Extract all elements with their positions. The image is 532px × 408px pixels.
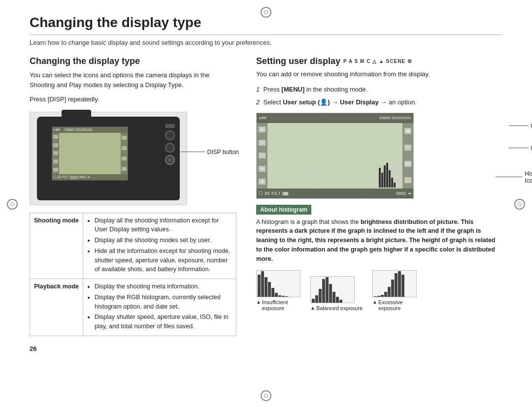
insufficient-label: ▲ Insufficientexposure <box>256 299 288 311</box>
left-heading: Changing the display type <box>30 56 236 66</box>
compass-right <box>514 199 525 210</box>
exp-bar <box>336 297 339 303</box>
hist-bar <box>391 178 393 188</box>
exp-bar <box>268 282 271 297</box>
mode-table: Shooting mode Display all the shooting i… <box>30 213 236 336</box>
camera-diagram: 14M 03645 2010/01/01 ☐ 20 F3.7 |||||||||… <box>30 112 187 205</box>
disp-line <box>181 152 205 152</box>
step-2: 2 Select User setup (👤) → User Display →… <box>256 97 502 108</box>
exp-bar <box>319 289 322 303</box>
step-1: 1 Press [MENU] in the shooting mode. <box>256 84 502 95</box>
excessive-exposure-item: ▲ Excessiveexposure <box>372 270 417 311</box>
info-bar-bottom: ☐20F3.7 ||||||||||| 0001 ▪▪ <box>257 188 413 198</box>
exp-bar <box>332 292 335 303</box>
compass-top <box>261 7 271 18</box>
exp-bar <box>258 275 261 297</box>
list-item: Display the shooting meta information. <box>95 282 232 291</box>
about-histogram-title: About histogram <box>256 205 311 215</box>
side-icon-2: ≡ <box>259 140 266 146</box>
left-body: You can select the icons and options the… <box>30 70 236 90</box>
hist-bar <box>386 163 388 188</box>
compass-left <box>7 199 18 210</box>
display-screen-area: 14M 03645 2010/01/01 ☐20F3.7 |||||||||||… <box>256 113 502 199</box>
balanced-exposure-item: ▲ Balanced exposure <box>310 276 363 311</box>
balanced-label: ▲ Balanced exposure <box>310 305 363 311</box>
insufficient-exposure-chart <box>256 270 300 297</box>
camera-top-bump <box>62 110 91 119</box>
exp-bar <box>339 300 342 303</box>
right-icon-2: ≈ <box>404 145 411 151</box>
exp-bar <box>322 279 325 303</box>
side-icon-4: ⊕ <box>259 166 266 172</box>
page-subtitle: Learn how to change basic display and so… <box>30 39 502 46</box>
histogram-icon-label: HistogramIcon <box>496 170 532 184</box>
exp-bar <box>401 275 404 297</box>
grid-label: Grid <box>509 123 532 129</box>
camera-image-area: 14M 03645 2010/01/01 ☐ 20 F3.7 |||||||||… <box>30 112 236 205</box>
histogram-description: A histogram is a graph that shows the br… <box>256 218 502 264</box>
exp-bar <box>374 296 377 297</box>
list-item: Display the RGB histogram, currently sel… <box>95 293 232 312</box>
display-screen: 14M 03645 2010/01/01 ☐20F3.7 |||||||||||… <box>257 113 413 198</box>
hist-bar <box>394 183 396 188</box>
insufficient-exposure-item: ▲ Insufficientexposure <box>256 270 300 311</box>
steps-list: 1 Press [MENU] in the shooting mode. 2 S… <box>256 84 502 108</box>
list-item: Display all the shooting modes set by us… <box>95 236 232 245</box>
grid-v1 <box>308 113 309 198</box>
exposure-examples: ▲ Insufficientexposure ▲ <box>256 270 502 311</box>
side-icon-3: ↕ <box>259 153 266 158</box>
shooting-mode-label: Shooting mode <box>30 213 83 279</box>
mode-badges: P A S M C △ ▲ SCENE ⚙ <box>343 59 412 64</box>
hist-bar <box>384 165 386 188</box>
camera-screen: 14M 03645 2010/01/01 ☐ 20 F3.7 |||||||||… <box>52 126 128 181</box>
exp-bar <box>329 284 332 303</box>
right-heading-area: Setting user display P A S M C △ ▲ SCENE… <box>256 56 502 66</box>
info-bar-top: 14M 03645 2010/01/01 <box>257 113 413 123</box>
side-icon-5: ◑ <box>259 179 266 185</box>
exp-bar <box>377 296 380 297</box>
page-title: Changing the display type <box>30 15 502 35</box>
hist-bar <box>379 168 381 188</box>
page-number: 26 <box>30 345 236 352</box>
right-icon-1: ▣ <box>404 128 411 134</box>
list-item: Hide all the information except for shoo… <box>95 247 232 274</box>
exp-bar <box>278 295 281 297</box>
exp-bar <box>271 288 274 297</box>
camera-body: 14M 03645 2010/01/01 ☐ 20 F3.7 |||||||||… <box>37 117 180 200</box>
exp-bar <box>285 296 288 297</box>
left-column: Changing the display type You can select… <box>30 56 236 352</box>
exp-bar <box>315 295 318 303</box>
right-column: Setting user display P A S M C △ ▲ SCENE… <box>256 56 502 352</box>
side-icon-1: ⊞ <box>259 126 266 132</box>
triangle-icon: ▲ <box>256 299 261 305</box>
exp-bar <box>388 287 391 297</box>
side-icons-right: ▣ ≈ ISO ⚡ <box>402 123 413 188</box>
grid-h1 <box>257 141 413 142</box>
exp-bar <box>312 299 315 303</box>
triangle-icon: ▲ <box>310 305 315 311</box>
step-1-text: Press [MENU] in the shooting mode. <box>263 86 367 93</box>
exp-bar <box>381 295 384 297</box>
hist-bar <box>389 170 391 188</box>
exp-bar <box>275 293 278 297</box>
about-histogram-section: About histogram A histogram is a graph t… <box>256 205 502 264</box>
exp-bar <box>395 273 398 297</box>
exp-bar <box>265 277 267 297</box>
balanced-exposure-chart <box>310 276 355 303</box>
exp-bar <box>398 271 401 297</box>
press-disp-text: Press [DISP] repeatedly. <box>30 94 236 104</box>
list-item: Display all the shooting information exc… <box>95 216 232 235</box>
grid-v2 <box>360 113 361 198</box>
shooting-mode-content: Display all the shooting information exc… <box>83 213 236 279</box>
histogram-icon-label-text: HistogramIcon <box>525 170 532 184</box>
disp-label-area: DISP button <box>181 149 239 156</box>
exp-bar <box>282 296 285 297</box>
exp-bar <box>326 277 329 303</box>
excessive-exposure-chart <box>372 270 417 297</box>
exp-bar <box>384 292 387 297</box>
table-row-shooting: Shooting mode Display all the shooting i… <box>30 213 236 279</box>
right-icon-4: ⚡ <box>404 177 411 183</box>
list-item: Display shutter speed, aperture value, I… <box>95 313 232 331</box>
right-body: You can add or remove shooting informati… <box>256 69 502 79</box>
right-heading: Setting user display <box>256 56 340 66</box>
